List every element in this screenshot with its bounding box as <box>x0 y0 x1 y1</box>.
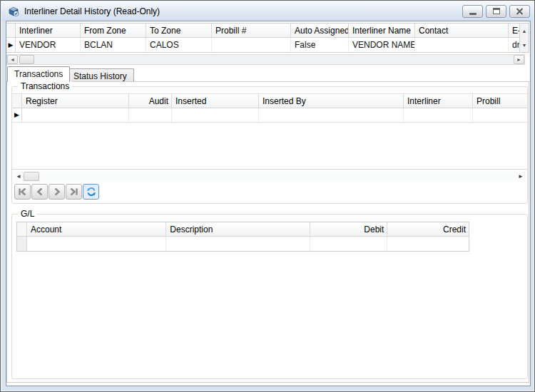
column-header-to-zone[interactable]: To Zone <box>146 24 212 37</box>
close-button[interactable] <box>509 5 530 18</box>
cell-credit[interactable] <box>387 237 469 251</box>
cell-inserted-by[interactable] <box>259 108 404 122</box>
current-row-indicator: ▶ <box>6 38 16 52</box>
tx-current-row-indicator: ▶ <box>12 108 22 122</box>
column-header-interliner[interactable]: Interliner <box>404 94 473 108</box>
cell-to-zone[interactable]: CALOS <box>146 38 212 52</box>
last-record-icon <box>69 187 78 196</box>
cell-email[interactable]: dny <box>509 38 520 52</box>
next-record-icon <box>53 187 61 196</box>
transactions-group-label: Transactions <box>18 81 72 91</box>
column-header-probill[interactable]: Probill <box>473 94 527 108</box>
column-header-from-zone[interactable]: From Zone <box>81 24 146 37</box>
maximize-icon <box>493 8 500 14</box>
next-record-button[interactable] <box>49 184 65 200</box>
column-header-account[interactable]: Account <box>27 222 166 236</box>
column-header-credit[interactable]: Credit <box>387 222 469 236</box>
cell-interliner-name[interactable]: VENDOR NAME <box>349 38 415 52</box>
transactions-horizontal-scrollbar[interactable]: ◄ ► <box>14 172 525 182</box>
tab-status-history[interactable]: Status History <box>66 68 134 82</box>
column-header-description[interactable]: Description <box>166 222 310 236</box>
refresh-icon <box>86 187 96 197</box>
scroll-left-icon: ◄ <box>10 57 15 62</box>
master-grid-vertical-scrollbar[interactable]: ▲ ▼ <box>519 24 529 52</box>
titlebar[interactable]: Interliner Detail History (Read-Only) <box>1 1 534 21</box>
column-header-audit[interactable]: Audit <box>129 94 172 108</box>
scroll-right-icon[interactable]: ► <box>518 174 524 180</box>
master-grid-row[interactable]: ▶ VENDOR BCLAN CALOS False VENDOR NAME d… <box>6 38 529 52</box>
column-header-inserted[interactable]: Inserted <box>172 94 259 108</box>
cell-audit[interactable] <box>129 108 172 122</box>
previous-record-icon <box>36 187 44 196</box>
master-grid-horizontal-scrollbar[interactable]: ◄ ► <box>6 54 525 65</box>
cell-debit[interactable] <box>310 237 388 251</box>
current-row-arrow-icon: ▶ <box>9 42 14 48</box>
gl-row-selector[interactable] <box>17 237 27 251</box>
transactions-grid-body <box>12 123 527 170</box>
column-header-email[interactable]: E-mail <box>509 24 520 37</box>
transactions-grid-header: Register Audit Inserted Inserted By Inte… <box>12 94 527 108</box>
column-header-probill[interactable]: Probill # <box>212 24 291 37</box>
cell-contact[interactable] <box>415 38 509 52</box>
gl-select-all-cell[interactable] <box>17 222 27 236</box>
maximize-button[interactable] <box>486 5 506 18</box>
scroll-down-icon[interactable]: ▼ <box>520 38 529 52</box>
column-header-interliner-name[interactable]: Interliner Name <box>349 24 415 37</box>
tab-transactions[interactable]: Transactions <box>7 66 70 82</box>
record-navigator <box>14 184 99 200</box>
window-controls <box>462 5 530 18</box>
scrollbar-thumb[interactable] <box>24 172 39 181</box>
column-header-register[interactable]: Register <box>22 94 129 108</box>
gl-grid-header: Account Description Debit Credit <box>17 222 469 237</box>
transactions-groupbox: Transactions Register Audit Inserted Ins… <box>11 86 528 204</box>
scrollbar-thumb[interactable] <box>19 55 34 64</box>
cell-account[interactable] <box>27 237 166 251</box>
master-select-all-cell[interactable] <box>6 24 16 37</box>
interliner-master-grid: Interliner From Zone To Zone Probill # A… <box>6 23 529 53</box>
first-record-icon <box>18 187 27 196</box>
cell-inserted[interactable] <box>172 108 259 122</box>
cell-auto-assigned[interactable]: False <box>291 38 349 52</box>
column-header-debit[interactable]: Debit <box>310 222 388 236</box>
cell-interliner[interactable]: VENDOR <box>16 38 81 52</box>
gl-grid-row[interactable] <box>17 237 469 251</box>
cell-probill[interactable] <box>212 38 291 52</box>
cell-description[interactable] <box>166 237 310 251</box>
scroll-right-icon: ► <box>516 57 521 62</box>
refresh-button[interactable] <box>83 184 99 200</box>
current-row-arrow-icon: ▶ <box>14 112 19 118</box>
master-grid-header: Interliner From Zone To Zone Probill # A… <box>6 24 529 38</box>
cell-from-zone[interactable]: BCLAN <box>81 38 146 52</box>
minimize-icon <box>469 13 477 15</box>
previous-record-button[interactable] <box>31 184 48 200</box>
first-record-button[interactable] <box>14 184 31 200</box>
window-interliner-detail-history: Interliner Detail History (Read-Only) In… <box>0 0 535 392</box>
window-title: Interliner Detail History (Read-Only) <box>24 6 462 16</box>
column-header-contact[interactable]: Contact <box>415 24 509 37</box>
cell-register[interactable] <box>22 108 129 122</box>
gl-grid: Account Description Debit Credit <box>16 222 469 252</box>
scroll-left-icon[interactable]: ◄ <box>16 174 21 180</box>
client-area: Interliner From Zone To Zone Probill # A… <box>6 21 531 386</box>
tx-select-all-cell[interactable] <box>12 94 22 108</box>
scroll-up-icon[interactable]: ▲ <box>520 24 529 38</box>
close-icon <box>516 8 524 15</box>
column-header-auto-assigned[interactable]: Auto Assigned <box>291 24 349 37</box>
cell-probill[interactable] <box>473 108 527 122</box>
gl-group-label: G/L <box>18 209 37 219</box>
column-header-inserted-by[interactable]: Inserted By <box>259 94 404 108</box>
minimize-button[interactable] <box>462 5 483 18</box>
gl-groupbox: G/L Account Description Debit Credit <box>11 214 528 379</box>
transactions-grid: Register Audit Inserted Inserted By Inte… <box>12 93 527 170</box>
scroll-left-button[interactable]: ◄ <box>7 55 18 64</box>
transactions-grid-row[interactable]: ▶ <box>12 108 527 123</box>
scroll-right-button[interactable]: ► <box>514 55 524 64</box>
column-header-interliner[interactable]: Interliner <box>16 24 81 37</box>
cell-interliner[interactable] <box>404 108 473 122</box>
last-record-button[interactable] <box>66 184 82 200</box>
app-cube-icon[interactable] <box>8 6 20 17</box>
